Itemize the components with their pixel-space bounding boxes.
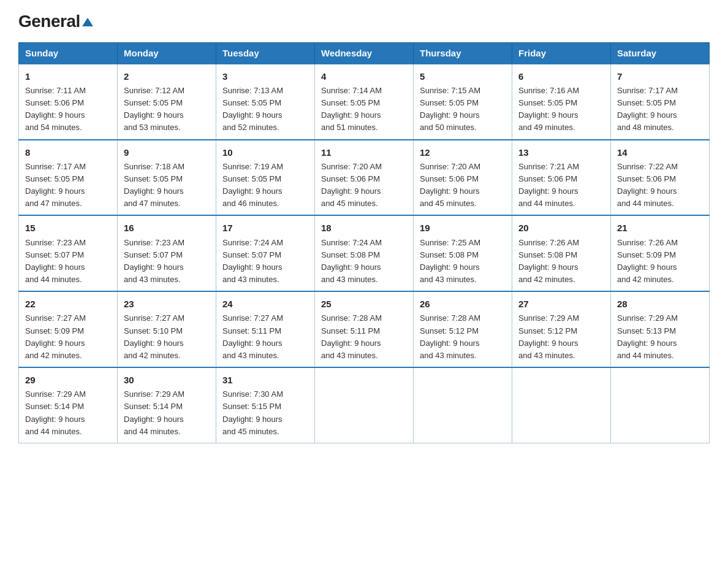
calendar-cell: 6 Sunrise: 7:16 AMSunset: 5:05 PMDayligh… [512, 64, 611, 140]
day-info: Sunrise: 7:29 AMSunset: 5:12 PMDaylight:… [518, 313, 579, 359]
day-number: 22 [25, 297, 111, 311]
calendar-cell: 9 Sunrise: 7:18 AMSunset: 5:05 PMDayligh… [118, 140, 216, 216]
day-number: 24 [222, 297, 308, 311]
day-number: 7 [617, 69, 703, 83]
day-info: Sunrise: 7:20 AMSunset: 5:06 PMDaylight:… [321, 162, 382, 208]
calendar-cell: 23 Sunrise: 7:27 AMSunset: 5:10 PMDaylig… [118, 291, 216, 367]
header-monday: Monday [118, 42, 216, 64]
calendar-cell: 8 Sunrise: 7:17 AMSunset: 5:05 PMDayligh… [19, 140, 118, 216]
day-info: Sunrise: 7:20 AMSunset: 5:06 PMDaylight:… [420, 162, 480, 208]
day-number: 10 [222, 145, 308, 159]
day-info: Sunrise: 7:11 AMSunset: 5:06 PMDaylight:… [25, 86, 86, 132]
day-info: Sunrise: 7:27 AMSunset: 5:10 PMDaylight:… [124, 313, 184, 359]
day-info: Sunrise: 7:29 AMSunset: 5:14 PMDaylight:… [25, 389, 86, 435]
day-number: 13 [518, 145, 604, 159]
calendar-cell [315, 367, 414, 443]
day-info: Sunrise: 7:13 AMSunset: 5:05 PMDaylight:… [222, 86, 283, 132]
day-info: Sunrise: 7:21 AMSunset: 5:06 PMDaylight:… [518, 162, 579, 208]
day-info: Sunrise: 7:26 AMSunset: 5:08 PMDaylight:… [518, 238, 579, 284]
day-info: Sunrise: 7:22 AMSunset: 5:06 PMDaylight:… [617, 162, 678, 208]
day-number: 8 [25, 145, 111, 159]
calendar-cell: 14 Sunrise: 7:22 AMSunset: 5:06 PMDaylig… [611, 140, 710, 216]
day-number: 5 [420, 69, 506, 83]
day-info: Sunrise: 7:23 AMSunset: 5:07 PMDaylight:… [25, 238, 86, 284]
day-number: 14 [617, 145, 703, 159]
day-info: Sunrise: 7:25 AMSunset: 5:08 PMDaylight:… [420, 238, 480, 284]
calendar-cell: 26 Sunrise: 7:28 AMSunset: 5:12 PMDaylig… [414, 291, 512, 367]
calendar-header-row: SundayMondayTuesdayWednesdayThursdayFrid… [19, 42, 710, 64]
day-number: 30 [124, 373, 210, 387]
day-number: 3 [222, 69, 308, 83]
day-number: 15 [25, 221, 111, 235]
calendar-week-1: 1 Sunrise: 7:11 AMSunset: 5:06 PMDayligh… [19, 64, 710, 140]
header-friday: Friday [512, 42, 611, 64]
day-number: 27 [518, 297, 604, 311]
day-number: 31 [222, 373, 308, 387]
calendar-cell: 30 Sunrise: 7:29 AMSunset: 5:14 PMDaylig… [118, 367, 216, 443]
logo-arrow-icon [82, 18, 93, 26]
day-info: Sunrise: 7:27 AMSunset: 5:11 PMDaylight:… [222, 313, 283, 359]
day-info: Sunrise: 7:14 AMSunset: 5:05 PMDaylight:… [321, 86, 382, 132]
calendar-cell: 29 Sunrise: 7:29 AMSunset: 5:14 PMDaylig… [19, 367, 118, 443]
day-number: 20 [518, 221, 604, 235]
calendar-cell: 21 Sunrise: 7:26 AMSunset: 5:09 PMDaylig… [611, 215, 710, 291]
header-tuesday: Tuesday [216, 42, 315, 64]
day-info: Sunrise: 7:24 AMSunset: 5:08 PMDaylight:… [321, 238, 382, 284]
day-number: 12 [420, 145, 506, 159]
day-number: 6 [518, 69, 604, 83]
calendar-week-3: 15 Sunrise: 7:23 AMSunset: 5:07 PMDaylig… [19, 215, 710, 291]
calendar-cell: 16 Sunrise: 7:23 AMSunset: 5:07 PMDaylig… [118, 215, 216, 291]
day-number: 25 [321, 297, 407, 311]
day-info: Sunrise: 7:18 AMSunset: 5:05 PMDaylight:… [124, 162, 184, 208]
header-wednesday: Wednesday [315, 42, 414, 64]
calendar-cell: 11 Sunrise: 7:20 AMSunset: 5:06 PMDaylig… [315, 140, 414, 216]
day-number: 9 [124, 145, 210, 159]
day-number: 26 [420, 297, 506, 311]
calendar-week-2: 8 Sunrise: 7:17 AMSunset: 5:05 PMDayligh… [19, 140, 710, 216]
calendar-cell: 17 Sunrise: 7:24 AMSunset: 5:07 PMDaylig… [216, 215, 315, 291]
header-thursday: Thursday [414, 42, 512, 64]
day-info: Sunrise: 7:26 AMSunset: 5:09 PMDaylight:… [617, 238, 678, 284]
day-number: 18 [321, 221, 407, 235]
calendar-cell: 22 Sunrise: 7:27 AMSunset: 5:09 PMDaylig… [19, 291, 118, 367]
calendar-week-5: 29 Sunrise: 7:29 AMSunset: 5:14 PMDaylig… [19, 367, 710, 443]
calendar-cell: 27 Sunrise: 7:29 AMSunset: 5:12 PMDaylig… [512, 291, 611, 367]
calendar-cell: 2 Sunrise: 7:12 AMSunset: 5:05 PMDayligh… [118, 64, 216, 140]
header-sunday: Sunday [19, 42, 118, 64]
calendar-cell: 18 Sunrise: 7:24 AMSunset: 5:08 PMDaylig… [315, 215, 414, 291]
header-saturday: Saturday [611, 42, 710, 64]
day-info: Sunrise: 7:17 AMSunset: 5:05 PMDaylight:… [617, 86, 678, 132]
calendar-cell: 28 Sunrise: 7:29 AMSunset: 5:13 PMDaylig… [611, 291, 710, 367]
calendar-cell: 25 Sunrise: 7:28 AMSunset: 5:11 PMDaylig… [315, 291, 414, 367]
day-info: Sunrise: 7:29 AMSunset: 5:14 PMDaylight:… [124, 389, 184, 435]
calendar-cell: 7 Sunrise: 7:17 AMSunset: 5:05 PMDayligh… [611, 64, 710, 140]
day-number: 1 [25, 69, 111, 83]
calendar-cell: 12 Sunrise: 7:20 AMSunset: 5:06 PMDaylig… [414, 140, 512, 216]
day-info: Sunrise: 7:19 AMSunset: 5:05 PMDaylight:… [222, 162, 283, 208]
calendar-cell: 15 Sunrise: 7:23 AMSunset: 5:07 PMDaylig… [19, 215, 118, 291]
day-number: 17 [222, 221, 308, 235]
calendar-cell [611, 367, 710, 443]
calendar-cell: 13 Sunrise: 7:21 AMSunset: 5:06 PMDaylig… [512, 140, 611, 216]
day-info: Sunrise: 7:28 AMSunset: 5:11 PMDaylight:… [321, 313, 382, 359]
logo-general-text: General [18, 12, 93, 31]
day-info: Sunrise: 7:12 AMSunset: 5:05 PMDaylight:… [124, 86, 184, 132]
day-number: 29 [25, 373, 111, 387]
day-number: 11 [321, 145, 407, 159]
calendar-cell: 24 Sunrise: 7:27 AMSunset: 5:11 PMDaylig… [216, 291, 315, 367]
calendar-cell: 10 Sunrise: 7:19 AMSunset: 5:05 PMDaylig… [216, 140, 315, 216]
day-number: 4 [321, 69, 407, 83]
calendar-table: SundayMondayTuesdayWednesdayThursdayFrid… [18, 42, 710, 443]
day-number: 28 [617, 297, 703, 311]
calendar-cell: 20 Sunrise: 7:26 AMSunset: 5:08 PMDaylig… [512, 215, 611, 291]
calendar-cell: 1 Sunrise: 7:11 AMSunset: 5:06 PMDayligh… [19, 64, 118, 140]
day-info: Sunrise: 7:28 AMSunset: 5:12 PMDaylight:… [420, 313, 480, 359]
day-info: Sunrise: 7:15 AMSunset: 5:05 PMDaylight:… [420, 86, 480, 132]
day-number: 2 [124, 69, 210, 83]
day-info: Sunrise: 7:23 AMSunset: 5:07 PMDaylight:… [124, 238, 184, 284]
calendar-cell: 3 Sunrise: 7:13 AMSunset: 5:05 PMDayligh… [216, 64, 315, 140]
day-number: 23 [124, 297, 210, 311]
calendar-cell [414, 367, 512, 443]
day-info: Sunrise: 7:17 AMSunset: 5:05 PMDaylight:… [25, 162, 86, 208]
page-header: General [18, 12, 710, 31]
